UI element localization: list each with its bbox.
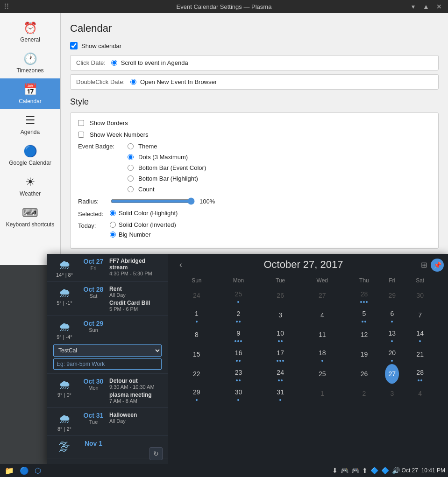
calendar-day-cell[interactable]: 18 bbox=[301, 344, 343, 364]
today-big-number-radio[interactable] bbox=[110, 231, 116, 238]
sidebar-item-google-calendar[interactable]: 🔵 Google Calendar bbox=[0, 140, 60, 171]
sidebar-item-agenda[interactable]: ☰ Agenda bbox=[0, 109, 60, 140]
sidebar-label-keyboard: Keyboard shortcuts bbox=[6, 221, 54, 228]
show-borders-checkbox[interactable] bbox=[78, 120, 84, 126]
sidebar-item-general[interactable]: ⏰ General bbox=[0, 17, 60, 48]
chrome-icon: 🔵 bbox=[20, 466, 29, 475]
show-week-numbers-checkbox[interactable] bbox=[78, 132, 84, 138]
calendar-day-cell[interactable]: 9 bbox=[218, 325, 260, 344]
event-time-oct30-detour: 9:30 AM - 10:30 AM bbox=[109, 384, 164, 390]
sidebar-item-timezones[interactable]: 🕐 Timezones bbox=[0, 48, 60, 78]
calendar-day-cell[interactable]: 25 bbox=[218, 286, 260, 305]
calendar-day-cell[interactable]: 3 bbox=[385, 384, 399, 403]
show-calendar-label: Show calendar bbox=[81, 42, 121, 49]
calendar-day-cell[interactable]: 27 bbox=[385, 364, 399, 384]
badge-dots-radio[interactable] bbox=[128, 154, 134, 160]
calendar-day-cell[interactable]: 28 bbox=[399, 364, 441, 384]
calendar-day-cell[interactable]: 6 bbox=[385, 305, 399, 325]
calendar-day-cell[interactable]: 16 bbox=[218, 344, 260, 364]
event-dot bbox=[363, 301, 365, 303]
pin-button[interactable]: 📌 bbox=[431, 259, 444, 272]
badge-bottom-bar-highlight-radio[interactable] bbox=[128, 175, 134, 182]
calendar-day-cell[interactable]: 1 bbox=[301, 384, 343, 403]
event-badge-label: Event Badge: bbox=[78, 143, 120, 150]
calendar-day-cell[interactable]: 26 bbox=[343, 364, 385, 384]
calendar-day-cell[interactable]: 28 bbox=[343, 286, 385, 305]
calendar-day-cell[interactable]: 23 bbox=[218, 364, 260, 384]
calendar-day-cell[interactable]: 17 bbox=[259, 344, 301, 364]
event-row-oct27: 🌧 14° | 8° Oct 27 Fri FF7 Abridged strea… bbox=[47, 254, 168, 282]
new-event-input[interactable] bbox=[53, 358, 162, 370]
badge-theme-radio[interactable] bbox=[128, 143, 134, 149]
show-calendar-checkbox[interactable] bbox=[70, 42, 78, 49]
calendar-day-cell[interactable]: 4 bbox=[399, 384, 441, 403]
prev-month-button[interactable]: ‹ bbox=[176, 259, 186, 271]
calendar-day-cell[interactable]: 13 bbox=[385, 325, 399, 344]
close-button[interactable]: ✕ bbox=[434, 1, 444, 12]
calendar-day-cell[interactable]: 2 bbox=[343, 384, 385, 403]
calendar-day-cell[interactable]: 24 bbox=[259, 364, 301, 384]
calendar-day-cell[interactable]: 21 bbox=[399, 344, 441, 364]
calendar-week-row: 2930311234 bbox=[176, 384, 441, 403]
temps-oct28: 5° | -1° bbox=[57, 300, 72, 306]
weekday-oct30: Mon bbox=[80, 385, 107, 391]
calendar-day-cell[interactable]: 12 bbox=[343, 325, 385, 344]
calendar-day-cell[interactable]: 24 bbox=[176, 286, 218, 305]
calendar-day-cell[interactable]: 2 bbox=[218, 305, 260, 325]
today-solid-color-inverted-radio[interactable] bbox=[110, 222, 116, 228]
today-options: Solid Color (Inverted) Big Number bbox=[110, 221, 176, 238]
clock-icon: ⏰ bbox=[23, 21, 37, 35]
badge-dots-label: Dots (3 Maximum) bbox=[138, 154, 188, 161]
calendar-day-cell[interactable]: 3 bbox=[259, 305, 301, 325]
click-date-radio[interactable] bbox=[111, 60, 117, 66]
sidebar-item-calendar[interactable]: 📅 Calendar bbox=[0, 78, 60, 109]
sidebar-item-keyboard-shortcuts[interactable]: ⌨ Keyboard shortcuts bbox=[0, 202, 60, 232]
calendar-day-cell[interactable]: 25 bbox=[301, 364, 343, 384]
today-row: Today: Solid Color (Inverted) Big Number bbox=[78, 221, 431, 238]
calendar-day-cell[interactable]: 10 bbox=[259, 325, 301, 344]
minimize-button[interactable]: ▾ bbox=[408, 1, 418, 12]
calendar-day-cell[interactable]: 22 bbox=[176, 364, 218, 384]
dblclick-date-radio[interactable] bbox=[130, 79, 136, 85]
new-event-calendar-select[interactable]: TestCal bbox=[53, 344, 162, 357]
calendar-day-cell[interactable]: 27 bbox=[301, 286, 343, 305]
calendar-day-cell[interactable]: 11 bbox=[301, 325, 343, 344]
event-dot bbox=[281, 379, 283, 381]
taskbar-plasma-icon[interactable]: ⬡ bbox=[33, 465, 43, 476]
calendar-grid-icon[interactable]: ⊞ bbox=[421, 260, 427, 269]
calendar-day-cell[interactable]: 31 bbox=[259, 384, 301, 403]
rain-icon-oct31: 🌧 bbox=[58, 412, 71, 426]
taskbar-clock[interactable]: Oct 27 10:41 PM bbox=[402, 467, 445, 474]
calendar-day-cell[interactable]: 8 bbox=[176, 325, 218, 344]
calendar-day-cell[interactable]: 20 bbox=[385, 344, 399, 364]
calendar-day-cell[interactable]: 14 bbox=[399, 325, 441, 344]
badge-bottom-bar-event-radio[interactable] bbox=[128, 165, 134, 171]
event-dot bbox=[362, 321, 363, 323]
calendar-day-cell[interactable]: 26 bbox=[259, 286, 301, 305]
calendar-day-cell[interactable]: 19 bbox=[343, 344, 385, 364]
taskbar-chrome-icon[interactable]: 🔵 bbox=[18, 465, 31, 476]
window-drag-handle[interactable]: ⠿ bbox=[4, 2, 9, 11]
calendar-day-cell[interactable]: 4 bbox=[301, 305, 343, 325]
tray-icon-6: 🔷 bbox=[381, 467, 389, 474]
calendar-day-cell[interactable]: 5 bbox=[343, 305, 385, 325]
calendar-day-cell[interactable]: 15 bbox=[176, 344, 218, 364]
badge-count-radio[interactable] bbox=[128, 186, 134, 192]
refresh-button[interactable]: ↻ bbox=[149, 447, 163, 460]
weather-oct31: 🌧 8° | 2° bbox=[51, 412, 78, 432]
temps-oct30: 9° | 0° bbox=[57, 392, 71, 398]
selected-solid-color-highlight-radio[interactable] bbox=[110, 210, 116, 216]
maximize-button[interactable]: ▲ bbox=[421, 1, 431, 12]
calendar-day-cell[interactable]: 7 bbox=[399, 305, 441, 325]
event-dot bbox=[321, 360, 323, 362]
calendar-day-cell[interactable]: 29 bbox=[176, 384, 218, 403]
radius-slider[interactable] bbox=[111, 197, 195, 205]
sidebar-item-weather[interactable]: ☀ Weather bbox=[0, 171, 60, 202]
calendar-day-cell[interactable]: 30 bbox=[218, 384, 260, 403]
badge-bottom-bar-highlight-label: Bottom Bar (Highlight) bbox=[138, 175, 198, 182]
taskbar-files-icon[interactable]: 📁 bbox=[3, 465, 16, 476]
weekday-oct27: Fri bbox=[80, 265, 107, 271]
calendar-day-cell[interactable]: 29 bbox=[385, 286, 399, 305]
calendar-day-cell[interactable]: 1 bbox=[176, 305, 218, 325]
calendar-day-cell[interactable]: 30 bbox=[399, 286, 441, 305]
